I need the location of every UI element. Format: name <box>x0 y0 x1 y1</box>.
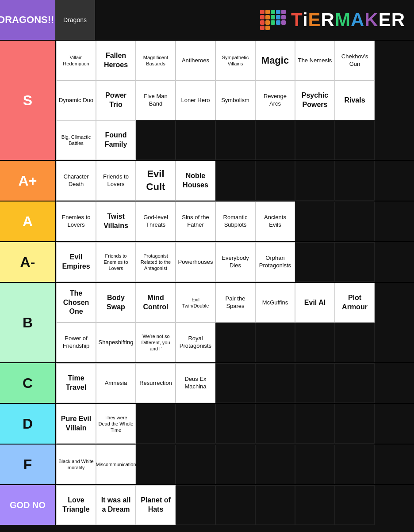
cell-empty-gn1 <box>176 485 215 525</box>
tier-cells-aminus: Evil Empires Friends to Enemies to Lover… <box>55 242 414 282</box>
cell-it-was-all-a-dream: It was all a Dream <box>96 485 136 525</box>
cell-power-of-friendship: Power of Friendship <box>56 323 96 362</box>
cell-the-nemesis: The Nemesis <box>295 41 335 80</box>
cell-royal-protagonists: Royal Protagonists <box>176 323 215 362</box>
cell-protagonist-related: Protagonist Related to the Antagonist <box>136 242 176 282</box>
cell-empty-d1 <box>136 404 176 444</box>
cell-pair-the-spares: Pair the Spares <box>215 283 255 323</box>
cell-empty-s3 <box>215 120 255 160</box>
cell-empty-a1 <box>295 201 335 241</box>
cell-empty-d6 <box>335 404 375 444</box>
cell-time-travel: Time Travel <box>56 363 96 403</box>
cell-empty-am1 <box>295 242 335 282</box>
header-row: DRAGONS!!! Dragons TiERMAKER <box>0 0 414 40</box>
cell-empty-b1 <box>215 323 255 362</box>
cell-loner-hero: Loner Hero <box>176 80 215 120</box>
cell-miscommunication: Miscommunication <box>96 445 136 484</box>
cell-empty-s1 <box>136 120 176 160</box>
cell-amnesia: Amnesia <box>96 363 136 403</box>
cell-power-trio: Power Trio <box>96 80 136 120</box>
logo-icon <box>260 10 286 30</box>
cell-magic: Magic <box>255 41 295 80</box>
cell-body-swap: Body Swap <box>96 283 136 323</box>
cell-plot-armour: Plot Armour <box>335 283 375 323</box>
cell-empty-f5 <box>295 445 335 484</box>
tier-row-s: S Villain Redemption Fallen Heroes Magni… <box>0 40 414 160</box>
cell-empty-s4 <box>255 120 295 160</box>
cell-resurrection: Resurrection <box>136 363 176 403</box>
cell-sins-of-father: Sins of the Father <box>176 201 215 241</box>
cell-friends-enemies-lovers: Friends to Enemies to Lovers <box>96 242 136 282</box>
cell-ancients-evils: Ancients Evils <box>255 201 295 241</box>
cell-empty-c2 <box>255 363 295 403</box>
tier-row-godno: GOD NO Love Triangle It was all a Dream … <box>0 484 414 525</box>
cell-empty-s2 <box>176 120 215 160</box>
cell-deus-ex-machina: Deus Ex Machina <box>176 363 215 403</box>
tier-row-b: B The Chosen One Body Swap Mind Control … <box>0 282 414 362</box>
tier-label-aminus: A- <box>0 242 55 282</box>
cell-empty-am2 <box>335 242 375 282</box>
cell-god-level-threats: God-level Threats <box>136 201 176 241</box>
tier-row-aminus: A- Evil Empires Friends to Enemies to Lo… <box>0 241 414 282</box>
cell-evil-cult: Evil Cult <box>136 161 176 201</box>
cell-empty-f2 <box>176 445 215 484</box>
cell-dynamic-duo: Dynamic Duo <box>56 80 96 120</box>
cell-rivals: Rivals <box>335 80 375 120</box>
logo-text: TiERMAKER <box>291 9 405 30</box>
cell-friends-to-lovers: Friends to Lovers <box>96 161 136 201</box>
cell-empty-d2 <box>176 404 215 444</box>
cell-love-triangle: Love Triangle <box>56 485 96 525</box>
cell-five-man-band: Five Man Band <box>136 80 176 120</box>
cell-twist-villains: Twist Villains <box>96 201 136 241</box>
tier-label-s: S <box>0 41 55 160</box>
tier-label-aplus: A+ <box>0 161 55 201</box>
cell-shapeshifting: Shapeshifting <box>96 323 136 362</box>
cell-sympathetic-villains: Sympathetic Villains <box>215 41 255 80</box>
cell-evil-empires: Evil Empires <box>56 242 96 282</box>
cell-empty-b2 <box>255 323 295 362</box>
cell-romantic-subplots: Romantic Subplots <box>215 201 255 241</box>
cell-antiheroes: Antiheroes <box>176 41 215 80</box>
cell-orphan-protagonists: Orphan Protagonists <box>255 242 295 282</box>
cell-empty-f4 <box>255 445 295 484</box>
cell-chekhovs-gun: Chekhov's Gun <box>335 41 375 80</box>
dragons-label: DRAGONS!!! <box>0 0 55 40</box>
cell-found-family: Found Family <box>96 120 136 160</box>
tier-label-f: F <box>0 445 55 484</box>
cell-empty-d5 <box>295 404 335 444</box>
cell-empty-c3 <box>295 363 335 403</box>
dragons-title: DRAGONS!!! <box>0 14 58 26</box>
tier-label-a: A <box>0 201 55 241</box>
cell-powerhouses: Powerhouses <box>176 242 215 282</box>
cell-empty-gn2 <box>215 485 255 525</box>
cell-the-chosen-one: The Chosen One <box>56 283 96 323</box>
cell-empty-c4 <box>335 363 375 403</box>
tier-cells-aplus: Character Death Friends to Lovers Evil C… <box>55 161 414 201</box>
cell-empty-s6 <box>335 120 375 160</box>
header-dragons: Dragons <box>55 0 95 40</box>
tier-label-b: B <box>0 283 55 362</box>
tier-row-f: F Black and White morality Miscommunicat… <box>0 444 414 484</box>
cell-empty-ap1 <box>215 161 255 201</box>
cell-evil-twin: Evil Twin/Double <box>176 283 215 323</box>
cell-empty-b3 <box>295 323 335 362</box>
cell-empty-b4 <box>335 323 375 362</box>
cell-empty-f6 <box>335 445 375 484</box>
cell-empty-c1 <box>215 363 255 403</box>
cell-character-death: Character Death <box>56 161 96 201</box>
tier-table: DRAGONS!!! Dragons TiERMAKER S Villain R… <box>0 0 414 525</box>
cell-empty-d3 <box>215 404 255 444</box>
cell-mind-control: Mind Control <box>136 283 176 323</box>
cell-villain-redemption: Villain Redemption <box>56 41 96 80</box>
cell-black-white-morality: Black and White morality <box>56 445 96 484</box>
cell-fallen-heroes: Fallen Heroes <box>96 41 136 80</box>
tier-label-godno: GOD NO <box>0 485 55 525</box>
header-tier-label: Dragons <box>63 16 87 23</box>
cell-revenge-arcs: Revenge Arcs <box>255 80 295 120</box>
tier-row-a: A Enemies to Lovers Twist Villains God-l… <box>0 201 414 241</box>
cell-psychic-powers: Psychic Powers <box>295 80 335 120</box>
cell-empty-a2 <box>335 201 375 241</box>
cell-mcguffins: McGuffins <box>255 283 295 323</box>
tier-cells-d: Pure Evil Villain They were Dead the Who… <box>55 404 414 444</box>
cell-empty-gn4 <box>295 485 335 525</box>
